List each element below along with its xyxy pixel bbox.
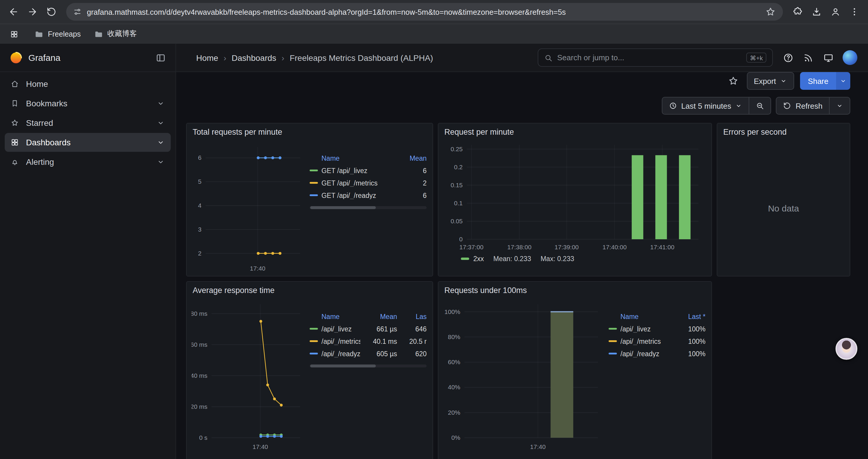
sidebar-item-alerting[interactable]: Alerting	[5, 153, 171, 171]
legend-header-name[interactable]: Name	[310, 313, 361, 320]
panel-title[interactable]: Request per minute	[438, 124, 711, 140]
back-button[interactable]	[5, 3, 23, 21]
breadcrumb-home[interactable]: Home	[196, 53, 218, 62]
panel-title[interactable]: Errors per second	[717, 124, 850, 140]
time-range-label: Last 5 minutes	[681, 101, 731, 110]
breadcrumb-separator: ›	[224, 53, 226, 62]
sidebar-item-dashboards[interactable]: Dashboards	[5, 133, 171, 152]
bookmark-item-freeleaps[interactable]: Freeleaps	[34, 29, 81, 39]
share-dropdown-button[interactable]	[836, 72, 850, 90]
panel-title[interactable]: Average response time	[187, 282, 433, 298]
series-name: /api/_livez	[321, 325, 351, 332]
star-icon	[728, 76, 738, 86]
timeseries-chart[interactable]: 2345617:40	[191, 140, 304, 273]
floating-assistant-avatar[interactable]	[836, 338, 857, 360]
scrollbar-thumb[interactable]	[310, 364, 376, 367]
chevron-down-icon	[840, 77, 847, 85]
reload-button[interactable]	[42, 3, 60, 21]
panel-title[interactable]: Requests under 100ms	[438, 282, 711, 298]
time-range-picker[interactable]: Last 5 minutes	[662, 97, 749, 114]
help-button[interactable]	[780, 49, 797, 66]
brand-section: Grafana	[0, 44, 176, 71]
sidebar-item-label: Bookmarks	[26, 99, 67, 108]
series-last: 646	[401, 325, 427, 332]
news-button[interactable]	[800, 49, 816, 66]
user-avatar[interactable]	[843, 50, 857, 65]
legend-header-name[interactable]: Name	[609, 313, 673, 320]
favorite-dashboard-button[interactable]	[725, 73, 741, 89]
legend-header-name[interactable]: Name	[310, 155, 392, 162]
series-name: /api/_/metrics	[321, 338, 361, 345]
share-button[interactable]: Share	[800, 72, 836, 90]
zoom-out-button[interactable]	[749, 97, 771, 114]
sidebar-item-starred[interactable]: Starred	[5, 113, 171, 132]
legend-header-last[interactable]: Las	[401, 313, 427, 320]
legend-scrollbar[interactable]	[310, 364, 427, 367]
sidebar-item-label: Dashboards	[26, 138, 71, 147]
legend-scrollbar[interactable]	[310, 206, 427, 209]
panel-title[interactable]: Total requests per minute	[187, 124, 433, 140]
browser-menu-button[interactable]	[845, 3, 863, 21]
expand-chevron[interactable]	[157, 119, 165, 127]
legend-row[interactable]: /api/_/metrics 40.1 ms 20.5 r	[310, 335, 427, 347]
legend-row[interactable]: /api/_/readyz 100%	[609, 347, 706, 360]
series-name: /api/_livez	[620, 325, 651, 332]
expand-chevron[interactable]	[157, 99, 165, 107]
sidebar-item-label: Starred	[26, 118, 53, 128]
bar-chart[interactable]: 0%20%40%60%80%100%17:40	[443, 298, 603, 452]
extensions-button[interactable]	[789, 3, 807, 21]
search-input[interactable]	[557, 53, 742, 62]
svg-text:5: 5	[198, 178, 202, 185]
forward-button[interactable]	[24, 3, 41, 21]
site-settings-icon[interactable]	[73, 8, 82, 16]
series-name: /api/_/metrics	[620, 338, 661, 345]
legend-row[interactable]: GET /api/_livez 6	[310, 164, 427, 177]
legend-row[interactable]: /api/_/metrics 100%	[609, 335, 706, 347]
sidebar-item-bookmarks[interactable]: Bookmarks	[5, 94, 171, 113]
series-last: 20.5 r	[401, 338, 427, 345]
series-name[interactable]: 2xx	[473, 255, 484, 262]
search-box[interactable]: ⌘+k	[538, 48, 773, 67]
svg-text:0.05: 0.05	[451, 218, 463, 225]
legend-header-last[interactable]: Last *	[676, 313, 706, 320]
sidebar-toggle-button[interactable]	[155, 52, 166, 63]
breadcrumb-dashboards[interactable]: Dashboards	[231, 53, 276, 62]
bookmark-star-icon[interactable]	[765, 6, 776, 17]
apps-grid-button[interactable]	[7, 27, 21, 41]
reload-icon	[46, 6, 57, 17]
legend-row[interactable]: /api/_livez 100%	[609, 323, 706, 335]
browser-profile-button[interactable]	[827, 3, 844, 21]
legend-row[interactable]: GET /api/_/metrics 2	[310, 177, 427, 189]
svg-text:80%: 80%	[448, 333, 460, 340]
expand-chevron[interactable]	[157, 138, 165, 146]
svg-text:40 ms: 40 ms	[191, 372, 208, 379]
series-last: 100%	[676, 338, 706, 345]
svg-text:0.2: 0.2	[454, 164, 463, 170]
timeseries-chart[interactable]: 0 s20 ms40 ms60 ms80 ms17:40	[191, 298, 304, 452]
downloads-button[interactable]	[808, 3, 826, 21]
series-mean: 2	[396, 179, 427, 186]
legend-row[interactable]: /api/_livez 661 µs 646	[310, 323, 427, 335]
clock-icon	[669, 102, 677, 110]
legend-header-mean[interactable]: Mean	[396, 155, 427, 162]
expand-chevron[interactable]	[157, 158, 165, 166]
series-color-dash	[609, 353, 617, 355]
refresh-interval-dropdown[interactable]	[829, 97, 850, 114]
legend-row[interactable]: GET /api/_/readyz 6	[310, 189, 427, 201]
home-icon	[11, 80, 19, 88]
legend-header-mean[interactable]: Mean	[364, 313, 397, 320]
scrollbar-thumb[interactable]	[310, 206, 376, 209]
refresh-button[interactable]: Refresh	[776, 97, 830, 114]
bookmark-item-blogs[interactable]: 收藏博客	[94, 29, 137, 39]
sidebar-item-home[interactable]: Home	[5, 74, 171, 93]
refresh-group: Refresh	[776, 97, 850, 114]
export-button[interactable]: Export	[747, 72, 794, 90]
url-bar[interactable]: grafana.mathmast.com/d/deytv4rwavabkb/fr…	[66, 3, 783, 21]
bar-chart[interactable]: 00.050.10.150.20.2517:37:0017:38:0017:39…	[445, 140, 706, 252]
sidebar-item-label: Home	[26, 79, 48, 89]
kiosk-mode-button[interactable]	[820, 49, 837, 66]
grafana-logo[interactable]	[9, 51, 23, 64]
breadcrumb-separator: ›	[282, 53, 284, 62]
legend-row[interactable]: /api/_/readyz 605 µs 620	[310, 347, 427, 360]
no-data-message: No data	[768, 203, 799, 213]
